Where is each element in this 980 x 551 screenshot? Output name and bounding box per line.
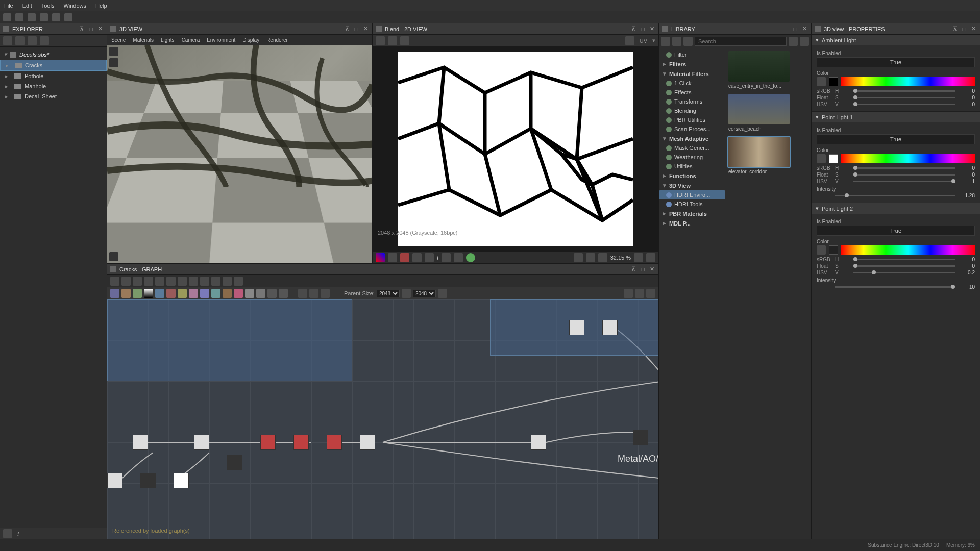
- menu-lights[interactable]: Lights: [161, 37, 175, 43]
- info-icon[interactable]: i: [17, 531, 19, 537]
- zoom-actual-icon[interactable]: [635, 289, 644, 298]
- viewport-2d[interactable]: 2048 x 2048 (Grayscale, 16bpc): [373, 47, 658, 251]
- lib-more[interactable]: ▸MDL P...: [659, 218, 725, 228]
- lib-mesh-adaptive[interactable]: ▾Mesh Adaptive: [659, 134, 725, 143]
- lib-scan-proces[interactable]: Scan Proces...: [659, 124, 725, 134]
- graph-node[interactable]: [293, 435, 309, 450]
- more-icon[interactable]: [800, 37, 809, 46]
- slider-s[interactable]: [853, 97, 955, 98]
- graph-node[interactable]: [633, 430, 648, 445]
- lib-hdri-tools[interactable]: HDRI Tools: [659, 199, 725, 209]
- link-icon[interactable]: [625, 36, 634, 45]
- crop-icon[interactable]: [223, 277, 232, 286]
- maximize-icon[interactable]: □: [639, 26, 646, 33]
- close-icon[interactable]: ✕: [801, 26, 808, 33]
- link-size-icon[interactable]: [402, 289, 411, 298]
- color-gradient[interactable]: [841, 245, 975, 255]
- cut-icon[interactable]: [211, 277, 220, 286]
- lib-3d-view[interactable]: ▾3D View: [659, 181, 725, 190]
- slider-h[interactable]: [853, 90, 955, 92]
- graph-node[interactable]: [107, 473, 122, 488]
- color-swatch[interactable]: [829, 154, 838, 163]
- graph-frame[interactable]: [107, 299, 352, 381]
- center-icon[interactable]: [586, 253, 595, 262]
- lib-effects[interactable]: Effects: [659, 88, 725, 97]
- section-ambient-light[interactable]: ▾Ambient Light: [812, 35, 980, 45]
- lib-hdri-enviro[interactable]: HDRI Enviro...: [659, 190, 725, 199]
- input-node-icon[interactable]: [279, 289, 288, 298]
- value-is-enabled[interactable]: True: [817, 134, 975, 144]
- view-footer-icon[interactable]: [109, 252, 118, 261]
- copy-icon[interactable]: [376, 36, 385, 45]
- search-input[interactable]: [695, 37, 787, 46]
- lib-transforms[interactable]: Transforms: [659, 97, 725, 106]
- info-icon[interactable]: i: [437, 255, 438, 261]
- menu-camera[interactable]: Camera: [182, 37, 200, 43]
- channel-gray-icon[interactable]: [388, 253, 397, 262]
- graph-node[interactable]: [133, 435, 148, 450]
- zoom-icon[interactable]: [598, 253, 607, 262]
- lib-material-filters[interactable]: ▾Material Filters: [659, 69, 725, 79]
- maximize-icon[interactable]: □: [792, 26, 799, 33]
- library-view-icon[interactable]: [661, 37, 670, 46]
- save-icon[interactable]: [40, 13, 48, 21]
- thumb-elevator-corridor[interactable]: elevator_corridor: [728, 137, 790, 174]
- thumb-cave-entry[interactable]: cave_entry_in_the_fo...: [728, 51, 790, 89]
- eyedropper-icon[interactable]: [817, 77, 826, 86]
- snapshot-icon[interactable]: [121, 277, 131, 286]
- graph-node[interactable]: [602, 320, 618, 335]
- reset-size-icon[interactable]: [438, 289, 447, 298]
- grid-icon[interactable]: [412, 253, 422, 262]
- text-icon[interactable]: [133, 277, 142, 286]
- graph-node[interactable]: [531, 435, 546, 450]
- graph-node[interactable]: [260, 435, 276, 450]
- lib-blending[interactable]: Blending: [659, 106, 725, 115]
- maximize-icon[interactable]: □: [961, 26, 968, 33]
- lib-filter[interactable]: Filter: [659, 50, 725, 59]
- menu-tools[interactable]: Tools: [41, 3, 55, 9]
- pin-icon[interactable]: ⊼: [630, 266, 637, 273]
- align-icon[interactable]: [166, 277, 176, 286]
- color-gradient[interactable]: [841, 154, 975, 163]
- fit-icon[interactable]: [574, 253, 583, 262]
- menu-environment[interactable]: Environment: [207, 37, 235, 43]
- refresh-icon[interactable]: [200, 277, 209, 286]
- value-is-enabled[interactable]: True: [817, 226, 975, 236]
- tree-item-pothole[interactable]: ▸ Pothole: [0, 71, 107, 81]
- eyedropper-icon[interactable]: [817, 154, 826, 163]
- section-point-light-1[interactable]: ▾Point Light 1: [812, 112, 980, 122]
- slider-h[interactable]: [853, 259, 955, 260]
- library-edit-icon[interactable]: [683, 37, 693, 46]
- pin-icon[interactable]: ⊼: [630, 26, 637, 33]
- lib-functions[interactable]: ▸Functions: [659, 171, 725, 181]
- slider-v[interactable]: [853, 272, 955, 273]
- open-icon[interactable]: [28, 13, 36, 21]
- lib-1click[interactable]: 1-Click: [659, 79, 725, 88]
- menu-help[interactable]: Help: [95, 3, 107, 9]
- tree-item-manhole[interactable]: ▸ Manhole: [0, 81, 107, 91]
- slider-s[interactable]: [853, 174, 955, 176]
- graph-node[interactable]: [327, 435, 342, 450]
- new-file-icon[interactable]: [3, 36, 12, 45]
- auto-layout-icon[interactable]: [189, 277, 198, 286]
- svg-node-icon[interactable]: [256, 289, 265, 298]
- paste-icon[interactable]: [400, 36, 409, 45]
- noise-node-icon[interactable]: [110, 289, 119, 298]
- output-node-icon[interactable]: [267, 289, 277, 298]
- channel-r-icon[interactable]: [400, 253, 409, 262]
- parent-size-h[interactable]: 2048: [413, 290, 436, 297]
- slider-s[interactable]: [853, 265, 955, 267]
- lock-icon[interactable]: [646, 253, 655, 262]
- filter-search-icon[interactable]: [789, 37, 798, 46]
- tree-item-decal-sheet[interactable]: ▸ Decal_Sheet: [0, 91, 107, 102]
- gradient-node-icon[interactable]: [144, 289, 153, 298]
- refresh-icon[interactable]: [15, 36, 24, 45]
- slider-intensity[interactable]: [835, 195, 955, 196]
- footer-tool-icon[interactable]: [3, 529, 12, 538]
- levels-icon[interactable]: [442, 253, 451, 262]
- dot-icon[interactable]: [298, 289, 307, 298]
- text-node-icon[interactable]: [245, 289, 254, 298]
- grid-icon[interactable]: [234, 277, 243, 286]
- graph-node[interactable]: [569, 320, 584, 335]
- chevron-down-icon[interactable]: ▾: [652, 37, 655, 44]
